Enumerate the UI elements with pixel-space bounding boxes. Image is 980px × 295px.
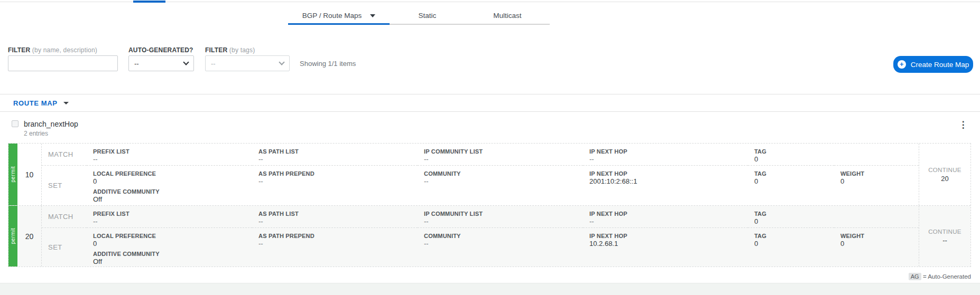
set-weight: WEIGHT0 [834, 166, 919, 205]
bottom-strip [0, 283, 980, 295]
match-tag: TAG0 [748, 144, 834, 166]
create-route-map-button[interactable]: + Create Route Map [893, 56, 973, 73]
set-tag: TAG0 [748, 166, 834, 205]
name-filter-hint: (by name, description) [32, 46, 97, 54]
tags-filter-hint: (by tags) [229, 46, 255, 54]
tags-filter-select[interactable]: -- [205, 55, 290, 71]
chevron-down-icon[interactable] [370, 14, 375, 17]
route-map-entries-table: permit 10 MATCH PREFIX LIST-- AS PATH LI… [8, 143, 971, 267]
route-map-entry-count: 2 entries [24, 130, 48, 137]
route-map-checkbox[interactable] [12, 120, 19, 127]
permit-action-bar: permit [8, 206, 17, 267]
set-as-path-prepend: AS PATH PREPEND-- [252, 228, 418, 267]
match-ip-next-hop: IP NEXT HOP-- [583, 206, 748, 228]
tab-bgp-route-maps-label: BGP / Route Maps [302, 12, 362, 20]
route-map-list-header: ROUTE MAP [0, 94, 980, 112]
set-local-preference: LOCAL PREFERENCE0 ADDITIVE COMMUNITYOff [87, 228, 252, 267]
name-filter-label: FILTER (by name, description) [8, 46, 97, 54]
match-as-path-list: AS PATH LIST-- [252, 144, 418, 166]
match-spacer [834, 144, 919, 166]
match-prefix-list: PREFIX LIST-- [87, 206, 252, 228]
kebab-menu-icon[interactable]: ⋮ [958, 119, 968, 131]
tags-filter-value: -- [211, 60, 216, 68]
entry-sequence: 10 [17, 144, 42, 205]
auto-generated-legend: AG = Auto-Generated [892, 273, 971, 280]
set-community: COMMUNITY-- [418, 228, 583, 267]
continue-cell: CONTINUE-- [919, 206, 970, 267]
showing-count: Showing 1/1 items [300, 60, 356, 68]
tab-multicast[interactable]: Multicast [465, 7, 550, 24]
ag-legend-text: = Auto-Generated [923, 273, 971, 280]
match-prefix-list: PREFIX LIST-- [87, 144, 252, 166]
set-row-label: SET [42, 166, 87, 205]
set-local-preference: LOCAL PREFERENCE0 ADDITIVE COMMUNITYOff [87, 166, 252, 205]
auto-generated-select[interactable]: -- [128, 55, 194, 71]
set-community: COMMUNITY-- [418, 166, 583, 205]
set-ip-next-hop: IP NEXT HOP2001:10:2:68::1 [583, 166, 748, 205]
set-row-label: SET [42, 228, 87, 267]
match-ip-next-hop: IP NEXT HOP-- [583, 144, 748, 166]
continue-cell: CONTINUE20 [919, 144, 970, 205]
routing-tabs: BGP / Route Maps Static Multicast [288, 7, 550, 25]
chevron-down-icon [183, 59, 189, 65]
auto-generated-filter-label: AUTO-GENERATED? [128, 46, 193, 54]
set-ip-next-hop: IP NEXT HOP10.2.68.1 [583, 228, 748, 267]
plus-icon: + [898, 60, 906, 69]
match-ip-community-list: IP COMMUNITY LIST-- [418, 206, 583, 228]
route-map-entry: permit 10 MATCH PREFIX LIST-- AS PATH LI… [8, 144, 970, 206]
entry-sequence: 20 [17, 206, 42, 267]
match-as-path-list: AS PATH LIST-- [252, 206, 418, 228]
auto-generated-select-value: -- [134, 60, 139, 68]
tags-filter-label: FILTER (by tags) [205, 46, 255, 54]
route-map-entry: permit 20 MATCH PREFIX LIST-- AS PATH LI… [8, 206, 970, 267]
tab-static-label: Static [419, 12, 437, 20]
match-row-label: MATCH [42, 144, 87, 166]
permit-action-bar: permit [8, 144, 17, 205]
name-filter-input[interactable] [8, 55, 118, 71]
set-tag: TAG0 [748, 228, 834, 267]
tab-bgp-route-maps[interactable]: BGP / Route Maps [288, 7, 390, 24]
match-tag: TAG0 [748, 206, 834, 228]
set-weight: WEIGHT0 [834, 228, 919, 267]
tab-multicast-label: Multicast [493, 12, 521, 20]
match-row-label: MATCH [42, 206, 87, 228]
sort-caret-icon [63, 102, 69, 104]
create-route-map-label: Create Route Map [911, 61, 969, 69]
match-ip-community-list: IP COMMUNITY LIST-- [418, 144, 583, 166]
chevron-down-icon [279, 59, 284, 65]
route-map-name: branch_nextHop [24, 120, 78, 128]
match-spacer [834, 206, 919, 228]
route-map-column-header[interactable]: ROUTE MAP [13, 99, 69, 107]
parent-tab-active-indicator [133, 1, 165, 3]
route-map-column-label: ROUTE MAP [13, 99, 57, 107]
ag-badge: AG [909, 273, 921, 280]
tab-static[interactable]: Static [390, 7, 465, 24]
set-as-path-prepend: AS PATH PREPEND-- [252, 166, 418, 205]
